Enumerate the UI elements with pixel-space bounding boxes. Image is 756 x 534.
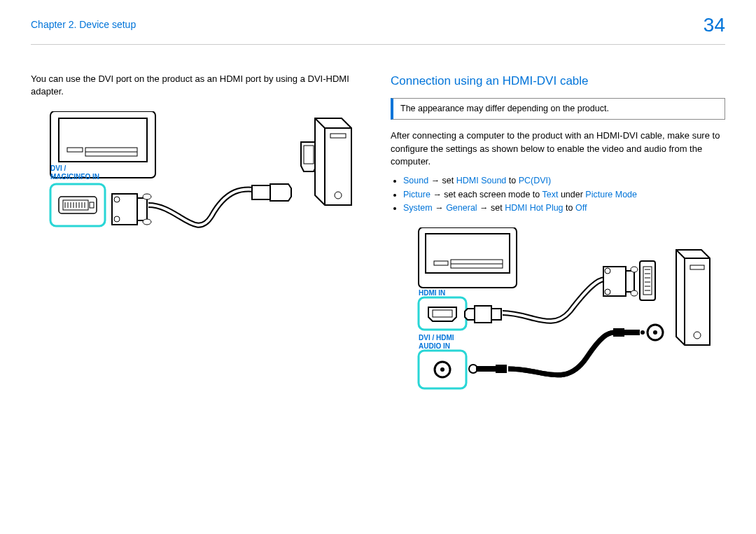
svg-rect-33 bbox=[433, 310, 452, 317]
svg-point-60 bbox=[653, 330, 657, 335]
svg-rect-29 bbox=[434, 261, 448, 265]
svg-rect-62 bbox=[690, 265, 704, 269]
svg-point-19 bbox=[114, 197, 120, 202]
left-column: You can use the DVI port on the product … bbox=[31, 73, 365, 416]
section-title: Connection using an HDMI-DVI cable bbox=[391, 73, 725, 90]
hdmi-dvi-audio-diagram bbox=[391, 227, 727, 416]
svg-point-22 bbox=[143, 219, 151, 225]
svg-point-43 bbox=[631, 267, 638, 272]
svg-rect-23 bbox=[252, 185, 270, 199]
note-box: The appearance may differ depending on t… bbox=[391, 98, 725, 120]
bullet-sound: Sound → set HDMI Sound to PC(DVI) bbox=[403, 175, 725, 188]
svg-point-58 bbox=[640, 330, 645, 335]
svg-rect-55 bbox=[496, 365, 507, 373]
settings-bullets: Sound → set HDMI Sound to PC(DVI) Pictur… bbox=[391, 175, 725, 215]
left-diagram: DVI / MAGICINFO IN bbox=[31, 111, 365, 321]
svg-point-61 bbox=[694, 332, 701, 339]
hdmi-in-label: HDMI IN bbox=[419, 289, 445, 297]
svg-rect-57 bbox=[624, 330, 640, 335]
svg-rect-24 bbox=[304, 146, 314, 164]
body-text: After connecting a computer to the produ… bbox=[391, 129, 725, 168]
dvi-hdmi-diagram bbox=[31, 111, 367, 321]
svg-rect-56 bbox=[613, 328, 624, 337]
svg-rect-37 bbox=[475, 306, 491, 323]
audio-in-label-line1: DVI / HDMI bbox=[419, 334, 454, 342]
bullet-system: System → General → set HDMI Hot Plug to … bbox=[403, 202, 725, 215]
svg-rect-54 bbox=[476, 366, 496, 372]
right-column: Connection using an HDMI-DVI cable The a… bbox=[391, 73, 725, 416]
right-diagram: HDMI IN DVI / HDMI AUDIO IN bbox=[391, 227, 725, 416]
svg-rect-2 bbox=[67, 148, 83, 152]
svg-point-44 bbox=[631, 290, 638, 296]
header-divider bbox=[31, 44, 725, 45]
svg-point-36 bbox=[440, 367, 444, 372]
audio-in-label-line2: AUDIO IN bbox=[419, 342, 450, 350]
svg-rect-16 bbox=[90, 202, 94, 208]
dvi-label-line2: MAGICINFO IN bbox=[50, 173, 99, 181]
svg-point-42 bbox=[605, 289, 610, 295]
page-number: 34 bbox=[704, 11, 725, 38]
svg-point-25 bbox=[335, 192, 342, 199]
svg-rect-40 bbox=[626, 271, 634, 292]
svg-point-20 bbox=[114, 216, 120, 222]
svg-point-21 bbox=[143, 194, 151, 199]
svg-rect-18 bbox=[137, 198, 147, 220]
left-intro-text: You can use the DVI port on the product … bbox=[31, 73, 365, 98]
svg-rect-26 bbox=[330, 134, 346, 138]
dvi-label-line1: DVI / bbox=[50, 164, 66, 172]
chapter-label: Chapter 2. Device setup bbox=[31, 18, 136, 32]
svg-point-41 bbox=[605, 268, 610, 274]
bullet-picture: Picture → set each screen mode to Text u… bbox=[403, 189, 725, 202]
svg-rect-38 bbox=[491, 309, 501, 320]
